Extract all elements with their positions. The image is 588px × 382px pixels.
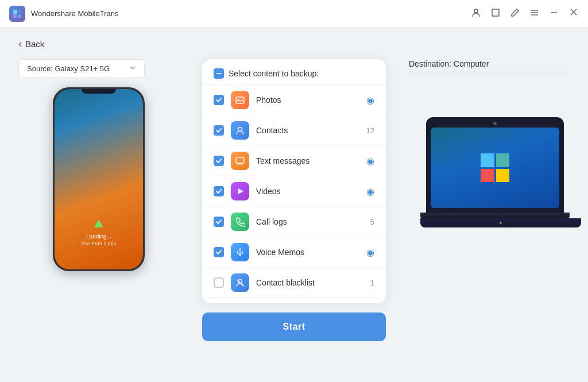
account-icon[interactable]: [471, 7, 481, 20]
svg-rect-16: [236, 157, 244, 163]
back-nav[interactable]: ‹ Back: [18, 28, 570, 59]
count-blacklist: 1: [370, 279, 374, 287]
svg-rect-0: [13, 10, 17, 14]
start-button[interactable]: Start: [202, 312, 386, 341]
app-title: Wondershare MobileTrans: [31, 9, 118, 18]
titlebar-left: Wondershare MobileTrans: [9, 6, 471, 22]
titlebar-controls: [471, 7, 579, 20]
center-panel: Select content to backup: Photos ◉ Conta: [191, 59, 397, 341]
content-item-messages[interactable]: Text messages ◉: [202, 146, 386, 176]
loading-text: Loading...: [82, 233, 117, 240]
card-header-title: Select content to backup:: [229, 69, 319, 78]
content-item-blacklist[interactable]: Contact blacklist 1: [202, 268, 386, 298]
chevron-down-icon: [129, 64, 136, 73]
laptop-base: [420, 218, 581, 227]
svg-rect-12: [216, 74, 222, 75]
content-item-photos[interactable]: Photos ◉: [202, 85, 386, 115]
close-icon[interactable]: [568, 7, 579, 20]
checkbox-messages[interactable]: [214, 156, 224, 166]
destination-label: Destination: Computer: [409, 59, 570, 74]
loading-subtext: less than 1 min: [82, 241, 117, 246]
phone-notch: [82, 89, 116, 94]
laptop-screen: [431, 128, 559, 208]
laptop-hinge: [420, 213, 570, 218]
label-calllogs: Call logs: [256, 217, 363, 226]
edit-icon[interactable]: [510, 7, 520, 20]
label-blacklist: Contact blacklist: [256, 278, 363, 287]
label-photos: Photos: [256, 95, 359, 105]
checkbox-contacts[interactable]: [214, 125, 224, 136]
content-card: Select content to backup: Photos ◉ Conta: [202, 59, 386, 303]
left-panel: Source: Galaxy S21+ 5G Loading... le: [18, 59, 179, 283]
items-list: Photos ◉ Contacts 12 Text messages ◉: [202, 85, 386, 303]
checkbox-blacklist[interactable]: [214, 277, 224, 288]
windows-logo: [481, 153, 509, 182]
checkbox-photos[interactable]: [214, 95, 224, 105]
phone-illustration: Loading... less than 1 min: [47, 87, 150, 283]
checkbox-voice[interactable]: [214, 247, 224, 257]
count-calllogs: 5: [370, 218, 374, 226]
icon-contacts: [231, 121, 249, 140]
windows-logo-pane-4: [496, 169, 510, 183]
svg-rect-1: [18, 10, 21, 13]
label-contacts: Contacts: [256, 126, 359, 135]
laptop-camera: [500, 222, 502, 224]
icon-voice: [231, 243, 249, 261]
svg-rect-13: [236, 97, 244, 103]
checkbox-calllogs[interactable]: [214, 217, 224, 227]
titlebar: Wondershare MobileTrans: [0, 0, 588, 28]
content-item-calllogs[interactable]: Call logs 5: [202, 207, 386, 237]
icon-messages: [231, 152, 249, 170]
checkbox-videos[interactable]: [214, 186, 224, 196]
label-voice: Voice Memos: [256, 248, 359, 257]
icon-photos: [231, 91, 249, 109]
count-contacts: 12: [366, 126, 374, 135]
record-icon-photos: ◉: [366, 95, 374, 106]
content-area: Source: Galaxy S21+ 5G Loading... le: [18, 59, 570, 382]
svg-rect-3: [18, 14, 21, 18]
back-arrow-icon: ‹: [18, 38, 22, 50]
icon-blacklist: [231, 273, 249, 292]
record-icon-voice: ◉: [366, 247, 374, 258]
icon-videos: [231, 182, 249, 200]
laptop-illustration: [420, 117, 570, 227]
svg-rect-5: [492, 9, 499, 16]
phone-body: Loading... less than 1 min: [53, 87, 145, 271]
right-panel: Destination: Computer: [409, 59, 570, 227]
svg-marker-17: [238, 188, 243, 194]
app-logo: [9, 6, 25, 22]
content-item-contacts[interactable]: Contacts 12: [202, 115, 386, 146]
laptop-screen-outer: [426, 117, 564, 213]
svg-rect-2: [13, 14, 17, 18]
label-videos: Videos: [256, 187, 359, 196]
phone-side-button: [144, 135, 145, 158]
svg-point-4: [474, 9, 478, 13]
windows-logo-pane-1: [481, 153, 494, 167]
windows-desktop: [431, 128, 559, 208]
content-item-videos[interactable]: Videos ◉: [202, 176, 386, 207]
source-label: Source: Galaxy S21+ 5G: [27, 64, 110, 73]
content-item-voice[interactable]: Voice Memos ◉: [202, 237, 386, 268]
minimize-icon[interactable]: [549, 7, 559, 20]
card-header: Select content to backup:: [202, 59, 386, 85]
windows-logo-pane-3: [481, 169, 494, 183]
phone-loading-overlay: Loading... less than 1 min: [82, 219, 117, 246]
main-content: ‹ Back Source: Galaxy S21+ 5G: [0, 28, 588, 382]
window-icon[interactable]: [490, 7, 501, 20]
record-icon-videos: ◉: [366, 186, 374, 197]
back-label: Back: [25, 39, 44, 49]
icon-calllogs: [231, 213, 249, 231]
phone-screen: Loading... less than 1 min: [55, 89, 143, 269]
windows-logo-pane-2: [496, 153, 510, 167]
content-item-calendar[interactable]: Calendar 25: [202, 298, 386, 303]
source-selector[interactable]: Source: Galaxy S21+ 5G: [18, 59, 145, 78]
menu-icon[interactable]: [529, 7, 540, 20]
record-icon-messages: ◉: [366, 156, 374, 167]
label-messages: Text messages: [256, 156, 359, 165]
select-all-checkbox[interactable]: [214, 68, 224, 79]
